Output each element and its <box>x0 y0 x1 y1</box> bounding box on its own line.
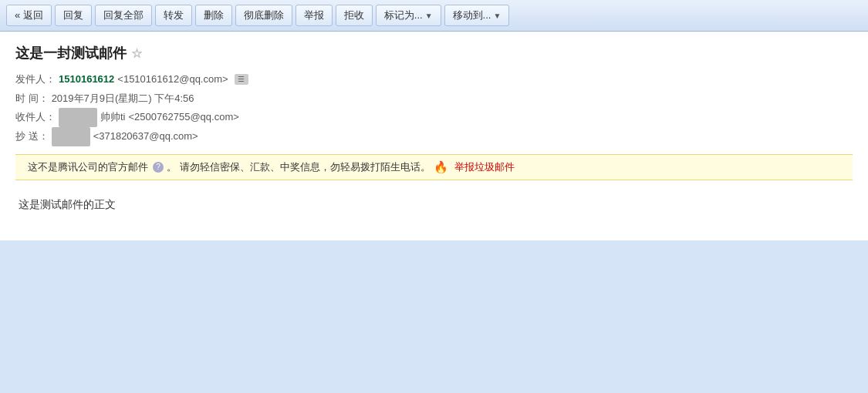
bottom-area <box>0 240 868 333</box>
email-body-text: 这是测试邮件的正文 <box>19 198 116 210</box>
to-label: 收件人： <box>15 108 56 127</box>
cc-label: 抄 送： <box>15 127 49 146</box>
to-name-blurred <box>59 108 97 127</box>
time-value: 2019年7月9日(星期二) 下午4:56 <box>52 89 194 109</box>
move-dropdown-arrow: ▼ <box>493 12 501 20</box>
warning-banner: 这不是腾讯公司的官方邮件 ? 。 请勿轻信密保、汇款、中奖信息，勿轻易拨打陌生电… <box>15 154 853 180</box>
warning-text: 这不是腾讯公司的官方邮件 <box>28 160 148 174</box>
from-row: 发件人： 1510161612 <1510161612@qq.com> ☰ <box>15 70 853 89</box>
reply-button[interactable]: 回复 <box>55 5 92 26</box>
toolbar: « 返回 回复 回复全部 转发 删除 彻底删除 举报 拒收 标记为... ▼ 移… <box>0 0 868 32</box>
subject-text: 这是一封测试邮件 <box>15 44 127 62</box>
delete-perm-button[interactable]: 彻底删除 <box>235 5 292 26</box>
time-label: 时 间： <box>15 89 49 109</box>
star-icon[interactable]: ☆ <box>131 46 142 61</box>
warning-middle: 。 请勿轻信密保、汇款、中奖信息，勿轻易拨打陌生电话。 <box>167 160 431 174</box>
mark-button[interactable]: 标记为... ▼ <box>376 5 441 26</box>
back-button[interactable]: « 返回 <box>6 5 52 26</box>
email-subject: 这是一封测试邮件 ☆ <box>15 44 853 62</box>
reply-all-button[interactable]: 回复全部 <box>95 5 152 26</box>
move-button[interactable]: 移动到... ▼ <box>444 5 510 26</box>
time-row: 时 间： 2019年7月9日(星期二) 下午4:56 <box>15 89 853 109</box>
cc-email: <371820637@qq.com> <box>93 127 198 146</box>
email-meta: 发件人： 1510161612 <1510161612@qq.com> ☰ 时 … <box>15 70 853 146</box>
to-row: 收件人： 帅帅ti <2500762755@qq.com> <box>15 108 853 127</box>
to-email: <2500762755@qq.com> <box>129 108 239 127</box>
reject-button[interactable]: 拒收 <box>336 5 373 26</box>
sender-email: <1510161612@qq.com> <box>117 70 228 89</box>
from-label: 发件人： <box>15 70 56 89</box>
fire-icon: 🔥 <box>434 160 448 174</box>
question-icon[interactable]: ? <box>153 162 164 173</box>
email-body: 这是测试邮件的正文 <box>15 180 853 228</box>
cc-name-blurred <box>52 127 90 146</box>
cc-row: 抄 送： <371820637@qq.com> <box>15 127 853 146</box>
report-spam-link[interactable]: 举报垃圾邮件 <box>454 160 515 174</box>
forward-button[interactable]: 转发 <box>155 5 192 26</box>
sender-card-icon[interactable]: ☰ <box>235 74 248 85</box>
to-name: 帅帅ti <box>100 108 126 127</box>
email-container: 这是一封测试邮件 ☆ 发件人： 1510161612 <1510161612@q… <box>0 32 868 240</box>
report-button[interactable]: 举报 <box>296 5 333 26</box>
mark-dropdown-arrow: ▼ <box>425 12 433 20</box>
sender-name: 1510161612 <box>59 70 114 89</box>
delete-button[interactable]: 删除 <box>195 5 232 26</box>
